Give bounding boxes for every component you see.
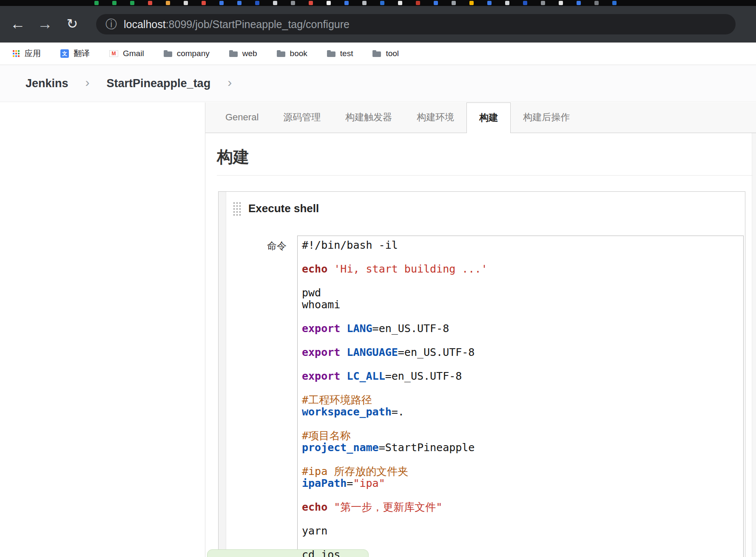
bookmark-web[interactable]: web: [229, 49, 257, 58]
folder-icon: [372, 51, 381, 57]
page-info-icon[interactable]: ⓘ: [105, 19, 117, 30]
code-token: LC_ALL: [347, 370, 385, 382]
tab-favicon[interactable]: [166, 1, 170, 5]
tab-favicon[interactable]: [612, 1, 617, 5]
tab-favicon[interactable]: [291, 1, 295, 5]
code-token: "第一步，更新库文件": [334, 501, 442, 513]
code-token: =en_US.UTF-8: [385, 370, 462, 382]
tab-favicon[interactable]: [219, 1, 224, 5]
tab-build[interactable]: 构建: [466, 102, 511, 133]
tab-favicon[interactable]: [148, 1, 152, 5]
code-line: echo 'Hi, start building ...': [302, 263, 739, 275]
shell-command-editor[interactable]: #!/bin/bash -ilecho 'Hi, start building …: [297, 236, 744, 557]
code-token: =.: [392, 406, 404, 418]
tab-post-build[interactable]: 构建后操作: [511, 102, 582, 133]
tab-favicon[interactable]: [255, 1, 259, 5]
reload-button[interactable]: ↻: [60, 6, 84, 43]
code-line: [302, 251, 739, 263]
tab-favicon[interactable]: [362, 1, 367, 5]
browser-tab-strip[interactable]: [0, 0, 756, 6]
breadcrumb-item[interactable]: StartPineapple_tag: [107, 77, 211, 90]
code-token: cd ios: [302, 548, 340, 557]
code-token: [340, 346, 347, 358]
tab-favicon[interactable]: [380, 1, 384, 5]
bookmark-translate[interactable]: 文翻译: [60, 48, 90, 59]
code-line: [302, 537, 739, 549]
code-line: [302, 489, 739, 501]
url-host: localhost: [124, 18, 166, 31]
tab-favicon[interactable]: [94, 1, 99, 5]
tab-favicon[interactable]: [309, 1, 313, 5]
tab-favicon[interactable]: [577, 1, 581, 5]
tab-build-triggers[interactable]: 构建触发器: [333, 102, 404, 133]
tab-favicon[interactable]: [594, 1, 599, 5]
bookmark-label: book: [290, 49, 307, 58]
tab-favicon[interactable]: [273, 1, 277, 5]
bookmark-tool[interactable]: tool: [372, 49, 399, 58]
tab-favicon[interactable]: [469, 1, 474, 5]
bookmark-gmail[interactable]: MGmail: [109, 49, 144, 58]
code-line: #工程环境路径: [302, 394, 739, 406]
code-token: export: [302, 370, 340, 382]
bookmark-company[interactable]: company: [164, 49, 210, 58]
chevron-right-icon: ›: [227, 75, 232, 90]
drag-gutter: [219, 192, 226, 557]
forward-button[interactable]: →: [33, 6, 57, 43]
bookmark-label: tool: [386, 49, 399, 58]
breadcrumb-item[interactable]: Jenkins: [26, 77, 68, 90]
back-button[interactable]: ←: [6, 6, 30, 43]
code-token: export: [302, 322, 340, 335]
tab-general[interactable]: General: [213, 102, 271, 133]
drag-handle-icon[interactable]: [232, 201, 242, 216]
tab-favicon[interactable]: [416, 1, 420, 5]
tab-favicon[interactable]: [559, 1, 563, 5]
code-line: #项目名称: [302, 430, 739, 442]
tab-scm[interactable]: 源码管理: [271, 102, 333, 133]
bookmark-label: web: [242, 49, 257, 58]
url-path: :8099/job/StartPineapple_tag/configure: [166, 18, 350, 31]
bookmark-label: company: [177, 49, 210, 58]
code-line: export LC_ALL=en_US.UTF-8: [302, 370, 739, 382]
address-bar[interactable]: ⓘ localhost:8099/job/StartPineapple_tag/…: [96, 14, 736, 34]
code-line: export LANGUAGE=en_US.UTF-8: [302, 347, 739, 358]
code-token: [327, 263, 334, 275]
tab-favicon[interactable]: [202, 1, 206, 5]
code-token: [340, 370, 347, 382]
tab-favicon[interactable]: [505, 1, 509, 5]
tab-favicon[interactable]: [112, 1, 117, 5]
code-line: echo "第一步，更新库文件": [302, 501, 739, 513]
code-line: [302, 275, 739, 287]
tab-favicon[interactable]: [398, 1, 402, 5]
code-token: LANGUAGE: [347, 346, 398, 358]
code-token: export: [302, 346, 340, 358]
code-line: #!/bin/bash -il: [302, 239, 739, 251]
code-token: echo: [302, 263, 327, 275]
tab-favicon[interactable]: [434, 1, 438, 5]
tab-favicon[interactable]: [452, 1, 456, 5]
folder-icon: [327, 51, 335, 57]
code-token: #工程环境路径: [302, 394, 372, 406]
folder-icon: [164, 51, 172, 57]
bookmark-label: test: [340, 49, 353, 58]
code-token: =: [347, 477, 353, 489]
bookmark-label: Gmail: [123, 49, 144, 58]
code-line: [302, 311, 739, 323]
code-token: whoami: [302, 298, 340, 311]
bookmark-apps[interactable]: 应用: [13, 48, 41, 59]
tab-favicon[interactable]: [487, 1, 492, 5]
tab-favicon[interactable]: [344, 1, 349, 5]
tab-favicon[interactable]: [523, 1, 527, 5]
tab-favicon[interactable]: [130, 1, 134, 5]
code-line: [302, 335, 739, 347]
browser-toolbar: ← → ↻ ⓘ localhost:8099/job/StartPineappl…: [0, 6, 756, 43]
bookmark-test[interactable]: test: [327, 49, 353, 58]
tab-build-environment[interactable]: 构建环境: [404, 102, 466, 133]
scrollbar[interactable]: [752, 133, 756, 557]
tab-favicon[interactable]: [184, 1, 188, 5]
tab-favicon[interactable]: [327, 1, 331, 5]
tab-favicon[interactable]: [541, 1, 545, 5]
tab-favicon[interactable]: [237, 1, 242, 5]
bookmark-book[interactable]: book: [277, 49, 307, 58]
bookmark-label: 应用: [25, 48, 41, 59]
code-token: =en_US.UTF-8: [372, 322, 449, 335]
